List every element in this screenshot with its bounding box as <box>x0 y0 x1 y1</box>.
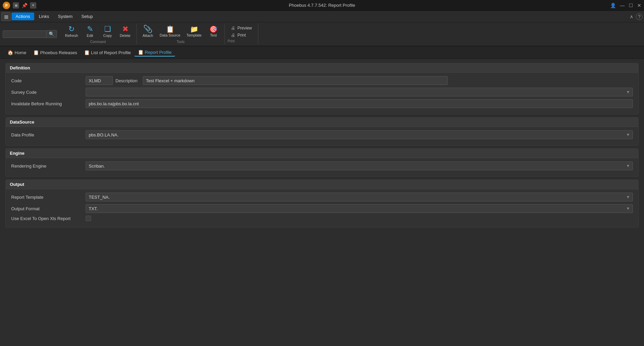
description-input[interactable] <box>143 76 448 85</box>
menu-bar: ▦ Actions Links System Setup ∧ ? <box>0 11 644 22</box>
report-template-label: Report Template <box>11 195 86 200</box>
invalidate-label: Invalidate Before Running <box>11 101 86 106</box>
definition-body: Code Description Survey Code ▼ <box>6 73 638 114</box>
chevron-up-icon[interactable]: ∧ <box>630 14 633 19</box>
output-format-value: TXT. ▼ <box>86 204 633 213</box>
close-button[interactable]: ✕ <box>637 3 641 8</box>
edit-icon: ✎ <box>87 25 93 33</box>
minimize-button[interactable]: — <box>620 3 625 8</box>
search-input[interactable] <box>3 30 47 38</box>
home-icon: 🏠 <box>7 50 13 55</box>
user-icon[interactable]: 👤 <box>610 3 616 8</box>
breadcrumb-home[interactable]: 🏠 Home <box>4 49 30 56</box>
menu-item-actions[interactable]: Actions <box>12 13 34 20</box>
datasource-body: Data Profile pbs.BO.LA.NA. ▼ <box>6 127 638 145</box>
attach-icon: 📎 <box>143 25 152 33</box>
survey-code-value: ▼ <box>86 88 633 96</box>
output-format-select[interactable]: TXT. <box>86 204 633 213</box>
tools-group-label: Tools <box>177 40 185 44</box>
attach-label: Attach <box>143 34 153 38</box>
title-btn-1[interactable]: ▣ <box>13 2 19 8</box>
code-input[interactable] <box>86 76 113 85</box>
search-button[interactable]: 🔍 <box>47 30 57 38</box>
report-template-select-wrapper: TEST_NA. ▼ <box>86 193 633 201</box>
toolbar: 🔍 ↻ Refresh ✎ Edit ❏ Copy ✖ Delete Comma… <box>0 22 644 46</box>
output-format-row: Output Format TXT. ▼ <box>11 204 633 213</box>
maximize-button[interactable]: ☐ <box>629 3 633 8</box>
datasource-icon: 📋 <box>166 26 174 33</box>
pin-icon[interactable]: 📌 <box>22 3 27 8</box>
invalidate-value <box>86 99 633 108</box>
breadcrumb-phoebus-label: Phoebus Releases <box>40 50 77 55</box>
template-icon: 📁 <box>190 26 198 33</box>
edit-label: Edit <box>87 34 93 38</box>
survey-code-label: Survey Code <box>11 90 86 95</box>
preview-button[interactable]: 🖨 Preview <box>228 24 255 31</box>
test-button[interactable]: 🎯 Test <box>205 24 222 39</box>
survey-code-select-wrapper: ▼ <box>86 88 633 96</box>
delete-icon: ✖ <box>122 25 128 33</box>
attach-button[interactable]: 📎 Attach <box>139 24 156 39</box>
report-profile-icon: 📋 <box>138 49 144 55</box>
copy-label: Copy <box>103 34 112 38</box>
output-format-label: Output Format <box>11 206 86 211</box>
description-label: Description <box>115 78 137 83</box>
window-controls: 👤 — ☐ ✕ <box>610 3 641 8</box>
rendering-engine-value: Scriban. ▼ <box>86 161 633 170</box>
copy-icon: ❏ <box>104 25 111 33</box>
menu-item-setup[interactable]: Setup <box>77 13 97 20</box>
command-buttons: ↻ Refresh ✎ Edit ❏ Copy ✖ Delete <box>62 24 134 39</box>
output-body: Report Template TEST_NA. ▼ Output Format <box>6 189 638 227</box>
preview-icon: 🖨 <box>231 25 235 30</box>
toolbar-group-tools: 📎 Attach 📋 Data Source 📁 Template 🎯 Test… <box>137 24 225 44</box>
delete-button[interactable]: ✖ Delete <box>117 24 134 39</box>
invalidate-input[interactable] <box>86 99 633 108</box>
toolbar-group-command: ↻ Refresh ✎ Edit ❏ Copy ✖ Delete Command <box>60 24 137 44</box>
menu-item-links[interactable]: Links <box>35 13 53 20</box>
definition-header: Definition <box>6 63 638 73</box>
menu-item-system[interactable]: System <box>54 13 77 20</box>
title-btn-2[interactable]: ▼ <box>30 2 36 8</box>
rendering-engine-select[interactable]: Scriban. <box>86 161 633 170</box>
output-section: Output Report Template TEST_NA. ▼ Output… <box>5 179 639 228</box>
data-profile-select[interactable]: pbs.BO.LA.NA. <box>86 130 633 139</box>
breadcrumb-report-profile[interactable]: 📋 Report Profile <box>134 48 175 57</box>
edit-button[interactable]: ✎ Edit <box>82 24 99 39</box>
refresh-button[interactable]: ↻ Refresh <box>62 24 81 39</box>
breadcrumb-phoebus-releases[interactable]: 📋 Phoebus Releases <box>30 49 81 56</box>
test-icon: 🎯 <box>209 26 218 33</box>
help-icon[interactable]: ? <box>636 13 643 20</box>
definition-section: Definition Code Description Survey Code <box>5 63 639 114</box>
data-profile-value: pbs.BO.LA.NA. ▼ <box>86 130 633 139</box>
output-header: Output <box>6 180 638 189</box>
use-excel-checkbox[interactable] <box>86 216 91 221</box>
template-label: Template <box>187 33 202 37</box>
datasource-label: Data Source <box>160 33 180 37</box>
survey-code-select[interactable] <box>86 88 633 96</box>
test-label: Test <box>210 33 217 37</box>
command-group-label: Command <box>90 40 106 44</box>
list-report-icon: 📋 <box>84 50 90 55</box>
breadcrumb-list-report-profile[interactable]: 📋 List of Report Profile <box>81 49 134 56</box>
title-bar: P ▣ 📌 ▼ Phoebus 4.7.7.542: Report Profil… <box>0 0 644 11</box>
title-bar-left: P ▣ 📌 ▼ <box>3 2 36 9</box>
use-excel-value <box>86 216 633 221</box>
preview-label: Preview <box>237 26 252 30</box>
report-template-value: TEST_NA. ▼ <box>86 193 633 201</box>
breadcrumb: 🏠 Home 📋 Phoebus Releases 📋 List of Repo… <box>0 46 644 59</box>
datasource-header: DataSource <box>6 117 638 127</box>
engine-body: Rendering Engine Scriban. ▼ <box>6 158 638 176</box>
refresh-label: Refresh <box>65 34 78 38</box>
copy-button[interactable]: ❏ Copy <box>99 24 116 39</box>
print-button[interactable]: 🖨 Print <box>228 31 255 39</box>
engine-section: Engine Rendering Engine Scriban. ▼ <box>5 148 639 177</box>
phoebus-releases-icon: 📋 <box>33 50 39 55</box>
template-button[interactable]: 📁 Template <box>184 24 205 39</box>
report-template-select[interactable]: TEST_NA. <box>86 193 633 201</box>
grid-menu-icon[interactable]: ▦ <box>1 12 11 21</box>
breadcrumb-list-label: List of Report Profile <box>91 50 131 55</box>
print-label: Print <box>237 33 246 38</box>
survey-code-row: Survey Code ▼ <box>11 88 633 96</box>
output-format-select-wrapper: TXT. ▼ <box>86 204 633 213</box>
datasource-button[interactable]: 📋 Data Source <box>157 24 183 39</box>
